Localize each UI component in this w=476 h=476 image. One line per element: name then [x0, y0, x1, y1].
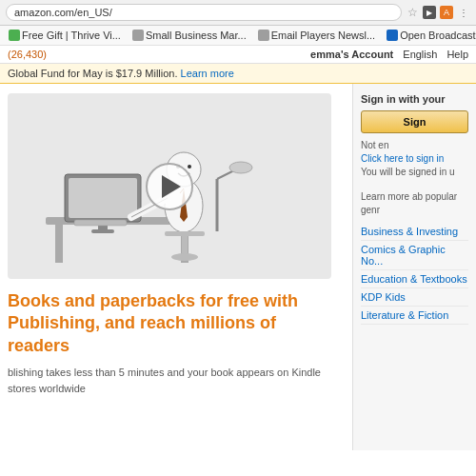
notification-text: Global Fund for May is $17.9 Million. — [8, 68, 178, 79]
url-bar[interactable]: amazon.com/en_US/ — [6, 4, 402, 21]
bookmark-label-2: Small Business Mar... — [146, 30, 247, 41]
bookmark-label-3: Email Players Newsl... — [271, 30, 375, 41]
right-sidebar: Sign in with your Sign Not en Click here… — [352, 84, 476, 450]
signin-note-line2: Click here to sign in — [361, 152, 468, 166]
bookmark-free-gift[interactable]: Free Gift | Thrive Vi... — [6, 29, 124, 42]
video-container[interactable] — [8, 93, 331, 279]
signin-button[interactable]: Sign — [361, 110, 468, 133]
svg-rect-18 — [182, 236, 188, 255]
genre-education[interactable]: Education & Textbooks — [361, 270, 468, 288]
left-content: Books and paperbacks for free with Publi… — [0, 84, 352, 450]
bookmark-obs[interactable]: Open Broadcaster... — [384, 29, 476, 42]
signin-note-line3: You will be signed in u — [361, 166, 468, 179]
bookmark-label-4: Open Broadcaster... — [400, 30, 476, 41]
headline-line1: Books and paperbacks for free with — [8, 290, 343, 312]
main-content: Books and paperbacks for free with Publi… — [0, 84, 476, 450]
bookmark-icon-4 — [387, 30, 398, 41]
svg-rect-5 — [69, 178, 137, 218]
main-headline: Books and paperbacks for free with Publi… — [8, 290, 343, 357]
amazon-nav-right: emma's Account English Help — [310, 49, 468, 60]
svg-rect-2 — [55, 225, 63, 263]
main-subtext: blishing takes less than 5 minutes and y… — [8, 365, 343, 396]
bookmark-label-1: Free Gift | Thrive Vi... — [22, 30, 121, 41]
svg-rect-7 — [91, 229, 114, 233]
video-icon[interactable]: ▶ — [423, 6, 436, 19]
extension-icon[interactable]: A — [440, 6, 453, 19]
svg-point-19 — [171, 253, 198, 261]
signin-title: Sign in with your — [361, 93, 468, 105]
svg-point-14 — [188, 165, 191, 169]
genre-business[interactable]: Business & Investing — [361, 223, 468, 241]
genre-kdp-kids[interactable]: KDP Kids — [361, 288, 468, 307]
browser-icons: ☆ ▶ A ⋮ — [406, 6, 470, 19]
signin-section: Sign in with your Sign Not en Click here… — [361, 93, 468, 179]
play-button[interactable] — [146, 163, 193, 210]
svg-rect-17 — [165, 231, 205, 236]
genre-comics[interactable]: Comics & Graphic No... — [361, 241, 468, 270]
genres-title: Learn more ab popular genr — [361, 190, 468, 217]
review-count[interactable]: (26,430) — [8, 49, 47, 60]
bookmark-icon-1 — [9, 30, 20, 41]
browser-bar: amazon.com/en_US/ ☆ ▶ A ⋮ — [0, 0, 476, 26]
bookmark-small-biz[interactable]: Small Business Mar... — [129, 29, 249, 42]
bookmark-email[interactable]: Email Players Newsl... — [255, 29, 378, 42]
help-link[interactable]: Help — [446, 49, 468, 60]
genres-section: Learn more ab popular genr Business & In… — [361, 190, 468, 325]
bookmarks-bar: Free Gift | Thrive Vi... Small Business … — [0, 26, 476, 46]
genre-literature[interactable]: Literature & Fiction — [361, 307, 468, 325]
notification-link[interactable]: Learn more — [181, 68, 234, 79]
signin-note: Not en Click here to sign in You will be… — [361, 139, 468, 179]
headline-line2: Publishing, and reach millions of reader… — [8, 312, 343, 357]
svg-point-22 — [229, 162, 252, 173]
notification-bar: Global Fund for May is $17.9 Million. Le… — [0, 64, 476, 84]
bookmark-icon-2 — [132, 30, 144, 41]
menu-icon[interactable]: ⋮ — [457, 6, 470, 19]
star-icon[interactable]: ☆ — [406, 6, 419, 19]
bookmark-icon-3 — [258, 30, 269, 41]
language-selector[interactable]: English — [403, 49, 437, 60]
svg-rect-8 — [74, 220, 127, 226]
amazon-top-nav: (26,430) emma's Account English Help — [0, 46, 476, 64]
signin-here-link[interactable]: Click here to sign in — [361, 153, 444, 164]
signin-note-line1: Not en — [361, 139, 468, 152]
account-link[interactable]: emma's Account — [310, 49, 393, 60]
